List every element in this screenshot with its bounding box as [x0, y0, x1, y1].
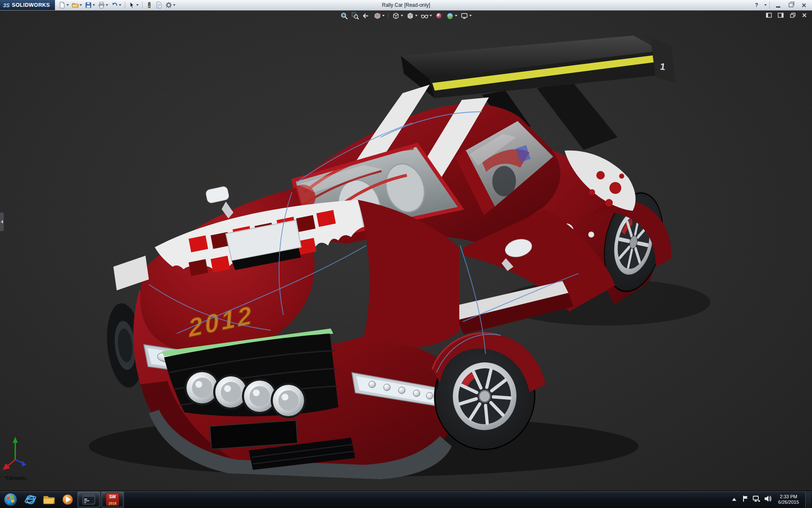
apply-scene-chevron[interactable] — [455, 15, 458, 17]
show-desktop-button[interactable] — [805, 491, 811, 508]
3d-scene[interactable]: 1 — [0, 10, 812, 491]
minimize-button[interactable] — [772, 1, 784, 9]
solidworks-wordmark: SOLIDWORKS — [12, 2, 50, 8]
select-button[interactable] — [127, 1, 140, 10]
toolbar-separator — [125, 2, 125, 8]
hidden-icons-chevron-icon — [732, 497, 737, 502]
open-dropdown-chevron[interactable] — [80, 4, 82, 6]
print-dropdown-chevron[interactable] — [106, 4, 108, 6]
view-settings-chevron[interactable] — [469, 15, 472, 17]
zoom-to-fit-icon — [340, 12, 348, 20]
new-dropdown-chevron[interactable] — [66, 4, 69, 6]
zoom-to-area-button[interactable] — [350, 11, 361, 20]
rebuild-button[interactable] — [145, 1, 154, 10]
section-dropdown-chevron[interactable] — [382, 15, 385, 17]
options-dropdown-chevron[interactable] — [173, 4, 176, 6]
close-document-button[interactable] — [800, 12, 809, 19]
command-prompt-button[interactable] — [77, 491, 100, 508]
windows-explorer-button[interactable] — [40, 492, 58, 507]
apply-scene-icon — [446, 12, 454, 20]
start-orb-icon — [3, 492, 18, 507]
new-document-button[interactable] — [58, 1, 70, 10]
windows-taskbar: SW 2015 2:33 PM 6/26/2015 — [0, 491, 812, 508]
edit-appearance-button[interactable] — [434, 11, 444, 20]
command-prompt-icon — [82, 494, 95, 505]
open-icon — [72, 2, 79, 8]
network-button[interactable] — [753, 495, 760, 504]
solidworks-icon-badge: 2015 — [106, 501, 119, 505]
close-icon — [801, 3, 806, 8]
toolbar-separator — [769, 2, 770, 8]
undo-icon — [111, 2, 118, 8]
print-button[interactable] — [97, 1, 110, 10]
save-button[interactable] — [84, 1, 96, 10]
display-style-button[interactable] — [405, 11, 419, 20]
section-view-icon — [373, 12, 381, 20]
new-document-icon — [59, 2, 66, 8]
system-tray: 2:33 PM 6/26/2015 — [730, 491, 812, 508]
display-style-chevron[interactable] — [415, 15, 418, 17]
document-window-controls — [765, 12, 809, 19]
zoom-to-fit-button[interactable] — [339, 11, 350, 20]
media-player-icon — [62, 494, 74, 505]
view-orientation-cube-icon — [392, 12, 400, 20]
previous-view-icon — [362, 12, 370, 20]
section-view-button[interactable] — [372, 11, 386, 20]
undo-button[interactable] — [110, 1, 123, 10]
view-settings-icon — [461, 12, 469, 20]
solidworks-2015-button[interactable]: SW 2015 — [101, 491, 124, 508]
action-center-button[interactable] — [742, 495, 749, 504]
undo-dropdown-chevron[interactable] — [119, 4, 121, 6]
restore-icon — [789, 3, 793, 7]
hide-show-chevron[interactable] — [430, 15, 432, 17]
title-bar: 3S SOLIDWORKS — [0, 0, 812, 11]
zoom-to-area-icon — [351, 12, 359, 20]
solidworks-icon-label: SW — [106, 494, 119, 499]
volume-speaker-icon — [764, 495, 772, 502]
view-orientation-chevron[interactable] — [401, 15, 403, 17]
close-document-icon — [802, 13, 807, 18]
toolbar-separator — [142, 2, 143, 8]
previous-view-button[interactable] — [361, 11, 372, 20]
solidworks-logo: 3S SOLIDWORKS — [0, 0, 55, 10]
options-button[interactable] — [164, 1, 177, 10]
featuremanager-flyout-tab[interactable] — [0, 213, 4, 231]
close-button[interactable] — [798, 1, 809, 9]
view-orientation-label: *Dimetric — [4, 475, 27, 481]
view-orientation-button[interactable] — [391, 11, 405, 20]
clock-time: 2:33 PM — [778, 494, 799, 500]
graphics-viewport[interactable]: 1 — [0, 10, 812, 491]
rally-car-model[interactable]: 1 — [103, 36, 676, 479]
internet-explorer-button[interactable] — [22, 492, 39, 507]
featuremanager-pane-button[interactable] — [765, 12, 773, 19]
open-button[interactable] — [71, 1, 83, 10]
select-cursor-icon — [129, 2, 135, 8]
restore-button[interactable] — [785, 1, 797, 9]
clock-date: 6/26/2015 — [778, 500, 799, 505]
3ds-logo-mark: 3S — [3, 2, 10, 8]
display-pane-button[interactable] — [776, 12, 785, 19]
print-icon — [98, 2, 105, 8]
help-button[interactable]: ? — [751, 1, 763, 9]
action-center-flag-icon — [742, 495, 749, 502]
volume-button[interactable] — [764, 495, 772, 504]
file-properties-icon — [156, 2, 162, 8]
display-style-icon — [406, 12, 414, 20]
minimize-icon — [776, 6, 780, 8]
save-dropdown-chevron[interactable] — [93, 4, 95, 6]
taskbar-clock[interactable]: 2:33 PM 6/26/2015 — [776, 494, 801, 505]
save-icon — [85, 2, 92, 8]
restore-document-icon — [790, 13, 796, 18]
view-settings-button[interactable] — [459, 11, 473, 20]
media-player-button[interactable] — [59, 492, 77, 507]
file-properties-button[interactable] — [154, 1, 164, 10]
apply-scene-button[interactable] — [445, 11, 459, 20]
select-dropdown-chevron[interactable] — [136, 4, 139, 6]
help-dropdown-chevron[interactable] — [764, 4, 767, 6]
show-hidden-icons-button[interactable] — [730, 494, 738, 505]
hide-show-items-button[interactable] — [420, 11, 433, 20]
heads-up-view-toolbar — [339, 11, 473, 20]
reference-triad — [3, 437, 26, 470]
restore-document-button[interactable] — [788, 12, 797, 19]
start-button[interactable] — [0, 492, 21, 507]
